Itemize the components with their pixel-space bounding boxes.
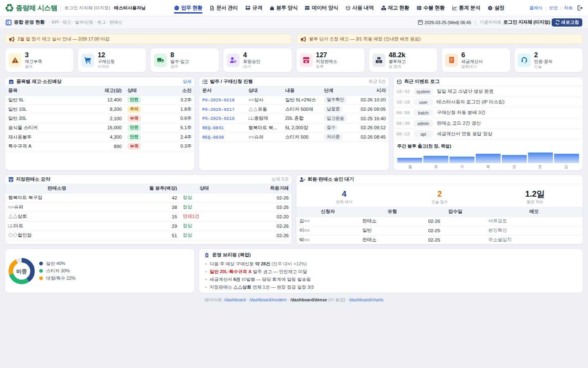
svg-text:비중: 비중 xyxy=(16,268,27,274)
